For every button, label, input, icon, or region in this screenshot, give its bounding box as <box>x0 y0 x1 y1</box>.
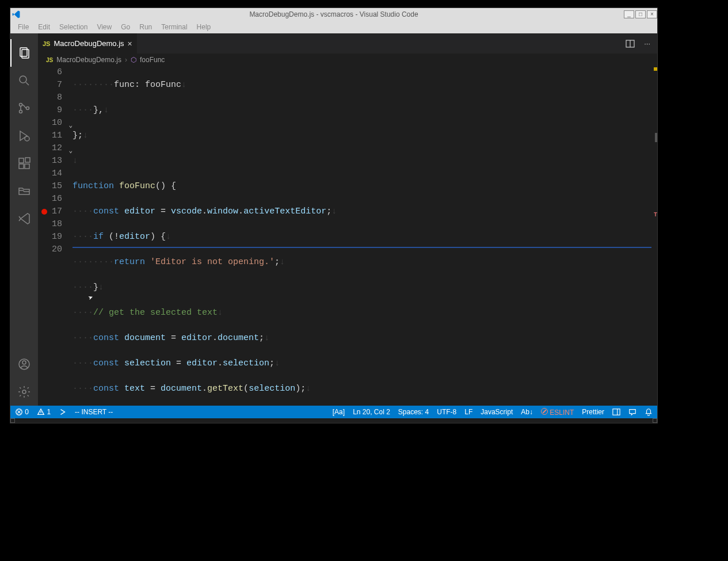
svg-rect-9 <box>19 164 24 169</box>
status-eol[interactable]: LF <box>464 408 472 416</box>
svg-point-6 <box>26 107 29 110</box>
status-spellcheck[interactable]: Ab↓ <box>521 408 533 416</box>
status-warnings[interactable]: 1 <box>37 408 51 417</box>
vs-logo-icon[interactable] <box>10 205 38 232</box>
eslint-disabled-icon <box>541 408 548 415</box>
status-layout-icon[interactable] <box>612 408 620 417</box>
status-encoding[interactable]: UTF-8 <box>437 408 456 416</box>
status-cursor-pos[interactable]: Ln 20, Col 2 <box>353 408 390 416</box>
menubar: File Edit Selection View Go Run Terminal… <box>10 21 657 33</box>
horizontal-scrollbar[interactable] <box>10 418 657 423</box>
account-icon[interactable] <box>10 350 38 378</box>
minimap[interactable]: T <box>651 66 657 406</box>
svg-rect-11 <box>25 158 30 162</box>
split-editor-icon[interactable] <box>626 39 635 48</box>
maximize-button[interactable]: □ <box>635 10 646 18</box>
explorer-icon[interactable] <box>10 39 38 67</box>
menu-file[interactable]: File <box>14 22 33 32</box>
more-actions-icon[interactable]: ··· <box>644 39 650 48</box>
status-vim-mode: -- INSERT -- <box>75 408 113 416</box>
svg-line-3 <box>26 82 29 85</box>
activity-bar <box>10 33 38 406</box>
status-prettier[interactable]: Prettier <box>582 408 604 416</box>
svg-rect-10 <box>25 164 29 169</box>
status-bell-icon[interactable] <box>645 408 653 417</box>
extensions-icon[interactable] <box>10 150 38 177</box>
svg-point-2 <box>20 76 26 83</box>
breakpoint-icon[interactable] <box>41 209 47 215</box>
tab-label: MacroDebugDemo.js <box>54 39 124 48</box>
minimize-button[interactable]: _ <box>624 10 634 18</box>
status-bar: 0 1 -- INSERT -- [Aa] Ln 20, Col 2 Space… <box>10 406 657 418</box>
svg-point-4 <box>20 104 22 106</box>
titlebar[interactable]: MacroDebugDemo.js - vscmacros - Visual S… <box>10 8 657 21</box>
settings-gear-icon[interactable] <box>10 378 38 406</box>
status-feedback-icon[interactable] <box>628 408 636 417</box>
vscode-window: MacroDebugDemo.js - vscmacros - Visual S… <box>10 8 657 423</box>
chevron-right-icon: › <box>125 56 127 64</box>
vscode-icon <box>10 10 22 18</box>
line-gutter[interactable]: 6789⌄1011⌄121314151617181920 <box>38 66 73 406</box>
breadcrumb-symbol[interactable]: fooFunc <box>140 56 165 64</box>
svg-point-13 <box>22 361 26 364</box>
window-title: MacroDebugDemo.js - vscmacros - Visual S… <box>10 10 657 18</box>
menu-run[interactable]: Run <box>135 22 156 32</box>
menu-edit[interactable]: Edit <box>34 22 54 32</box>
fold-icon[interactable]: ⌄ <box>68 119 73 132</box>
folder-icon[interactable] <box>10 177 38 205</box>
status-errors[interactable]: 0 <box>15 408 29 417</box>
breadcrumb-file[interactable]: MacroDebugDemo.js <box>56 56 121 64</box>
breadcrumb[interactable]: JS MacroDebugDemo.js › ⬡ fooFunc <box>38 54 657 66</box>
code-editor[interactable]: 6789⌄1011⌄121314151617181920 ········fun… <box>38 66 657 406</box>
close-tab-icon[interactable]: × <box>128 39 132 48</box>
svg-rect-21 <box>613 409 620 415</box>
tab-macrodebugdemo[interactable]: JS MacroDebugDemo.js × <box>38 33 138 54</box>
close-window-button[interactable]: × <box>647 10 657 18</box>
svg-rect-8 <box>19 158 24 163</box>
svg-point-7 <box>25 136 29 141</box>
svg-point-14 <box>22 390 26 394</box>
menu-selection[interactable]: Selection <box>55 22 92 32</box>
status-eslint[interactable]: ESLINT <box>541 408 574 417</box>
menu-help[interactable]: Help <box>193 22 215 32</box>
svg-point-5 <box>20 110 22 113</box>
symbol-method-icon: ⬡ <box>131 56 136 64</box>
status-debug-icon[interactable] <box>59 408 67 417</box>
js-file-icon: JS <box>46 57 53 63</box>
menu-terminal[interactable]: Terminal <box>157 22 191 32</box>
status-indent[interactable]: Spaces: 4 <box>398 408 429 416</box>
editor-tabs: JS MacroDebugDemo.js × ··· <box>38 33 657 54</box>
run-debug-icon[interactable] <box>10 122 38 150</box>
scm-icon[interactable] <box>10 94 38 122</box>
search-icon[interactable] <box>10 67 38 94</box>
menu-go[interactable]: Go <box>117 22 134 32</box>
menu-view[interactable]: View <box>93 22 116 32</box>
status-case[interactable]: [Aa] <box>333 408 345 416</box>
current-line-highlight <box>73 247 651 248</box>
status-language[interactable]: JavaScript <box>481 408 513 416</box>
js-file-icon: JS <box>43 40 50 47</box>
fold-icon[interactable]: ⌄ <box>68 144 73 157</box>
code-content[interactable]: ········func: fooFunc↓ ····},↓ };↓ ↓ fun… <box>73 66 651 406</box>
